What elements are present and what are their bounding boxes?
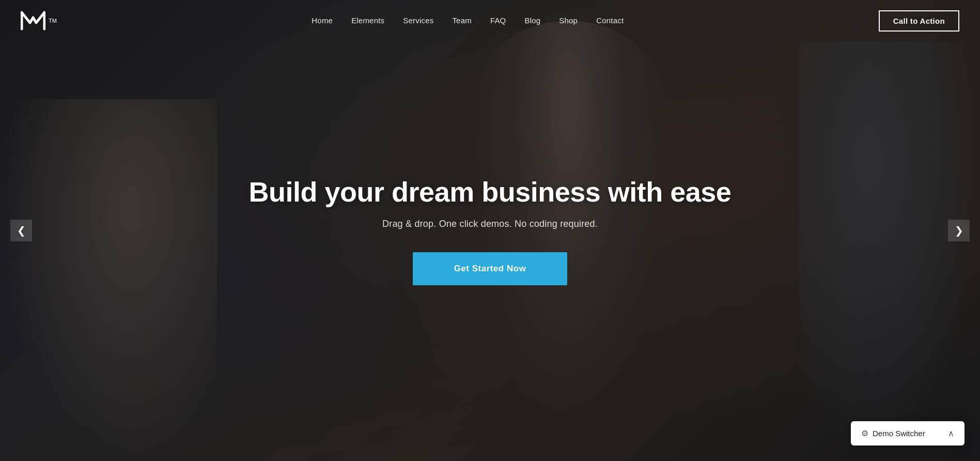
nav-item-team[interactable]: Team: [452, 16, 471, 25]
nav-link-shop[interactable]: Shop: [559, 16, 578, 25]
navbar: TM Home Elements Services Team FAQ Blog …: [0, 0, 980, 41]
logo-icon: [21, 10, 45, 31]
nav-link-services[interactable]: Services: [403, 16, 433, 25]
nav-link-home[interactable]: Home: [312, 16, 333, 25]
nav-link-blog[interactable]: Blog: [524, 16, 540, 25]
nav-item-blog[interactable]: Blog: [524, 16, 540, 25]
hero-title: Build your dream business with ease: [249, 176, 732, 208]
nav-item-home[interactable]: Home: [312, 16, 333, 25]
nav-link-contact[interactable]: Contact: [596, 16, 624, 25]
hero-content: Build your dream business with ease Drag…: [228, 176, 752, 285]
nav-cta-button[interactable]: Call to Action: [879, 10, 959, 32]
nav-link-team[interactable]: Team: [452, 16, 471, 25]
logo-tm: TM: [49, 18, 57, 24]
nav-item-shop[interactable]: Shop: [559, 16, 578, 25]
hero-section: TM Home Elements Services Team FAQ Blog …: [0, 0, 980, 461]
nav-item-elements[interactable]: Elements: [351, 16, 384, 25]
demo-switcher-label: Demo Switcher: [873, 429, 925, 438]
nav-item-contact[interactable]: Contact: [596, 16, 624, 25]
logo[interactable]: TM: [21, 10, 57, 31]
nav-item-faq[interactable]: FAQ: [490, 16, 506, 25]
nav-item-services[interactable]: Services: [403, 16, 433, 25]
slider-prev-button[interactable]: ❮: [10, 220, 32, 241]
hero-cta-button[interactable]: Get Started Now: [413, 252, 568, 285]
nav-links: Home Elements Services Team FAQ Blog Sho…: [312, 16, 624, 25]
nav-link-faq[interactable]: FAQ: [490, 16, 506, 25]
chevron-up-icon[interactable]: ∧: [948, 428, 954, 438]
gear-icon: ⚙: [861, 428, 868, 438]
demo-switcher[interactable]: ⚙ Demo Switcher ∧: [851, 421, 965, 445]
nav-link-elements[interactable]: Elements: [351, 16, 384, 25]
demo-switcher-left: ⚙ Demo Switcher: [861, 428, 925, 438]
slider-next-button[interactable]: ❯: [948, 220, 970, 241]
hero-subtitle: Drag & drop. One click demos. No coding …: [249, 219, 732, 229]
